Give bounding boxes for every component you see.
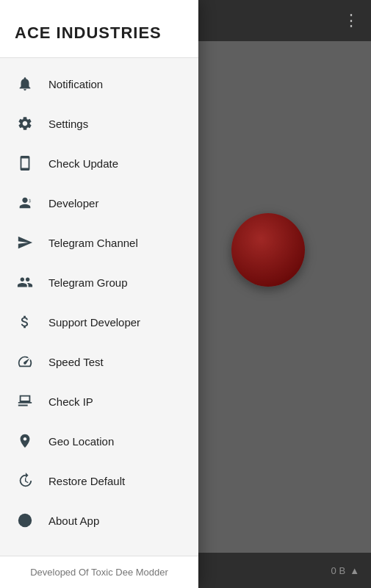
menu-label-check-update: Check Update (48, 157, 118, 170)
menu-item-support-developer[interactable]: Support Developer (0, 302, 198, 342)
send-icon (15, 232, 35, 253)
menu-label-geo-location: Geo Location (48, 435, 114, 448)
menu-item-about-app[interactable]: About App (0, 501, 198, 540)
menu-item-telegram-channel[interactable]: Telegram Channel (0, 223, 198, 262)
menu-label-telegram-channel: Telegram Channel (48, 237, 138, 249)
gear-icon (15, 113, 35, 134)
bell-icon (15, 74, 35, 94)
navigation-drawer: ACE INDUSTRIES NotificationSettingsCheck… (0, 0, 198, 588)
menu-label-speed-test: Speed Test (48, 356, 104, 368)
menu-label-about-app: About App (48, 514, 99, 527)
group-icon (15, 272, 35, 293)
drawer-footer: Developed Of Toxic Dee Modder (0, 556, 198, 588)
monitor-icon (15, 391, 35, 412)
app-title: ACE INDUSTRIES (15, 24, 184, 43)
menu-label-settings: Settings (48, 118, 88, 130)
menu-label-support-developer: Support Developer (48, 316, 140, 329)
svg-point-0 (18, 514, 32, 527)
restore-icon (15, 470, 35, 491)
menu-item-telegram-group[interactable]: Telegram Group (0, 262, 198, 302)
developer-icon (15, 193, 35, 213)
menu-label-developer: Developer (48, 197, 98, 209)
menu-label-telegram-group: Telegram Group (48, 276, 128, 289)
location-icon (15, 431, 35, 451)
menu-item-settings[interactable]: Settings (0, 104, 198, 143)
mobile-icon (15, 153, 35, 173)
footer-text: Developed Of Toxic Dee Modder (15, 567, 184, 578)
drawer-menu: NotificationSettingsCheck UpdateDevelope… (0, 58, 198, 556)
circle-icon (15, 510, 35, 531)
dollar-icon (15, 312, 35, 332)
drawer-header: ACE INDUSTRIES (0, 0, 198, 58)
menu-item-developer[interactable]: Developer (0, 183, 198, 223)
menu-item-restore-default[interactable]: Restore Default (0, 461, 198, 501)
menu-item-geo-location[interactable]: Geo Location (0, 421, 198, 461)
menu-item-speed-test[interactable]: Speed Test (0, 342, 198, 381)
menu-label-notification: Notification (48, 78, 103, 90)
menu-item-check-update[interactable]: Check Update (0, 143, 198, 183)
menu-label-restore-default: Restore Default (48, 475, 125, 487)
menu-label-check-ip: Check IP (48, 395, 93, 408)
speedometer-icon (15, 351, 35, 372)
menu-item-notification[interactable]: Notification (0, 64, 198, 104)
menu-item-check-ip[interactable]: Check IP (0, 381, 198, 421)
